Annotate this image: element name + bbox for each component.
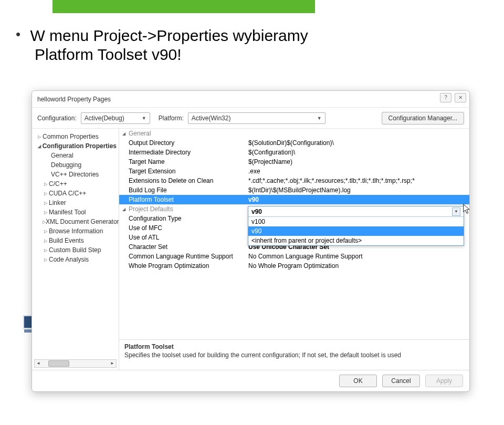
dialog-toolbar: Configuration: Active(Debug) ▼ Platform:… — [32, 108, 469, 129]
chevron-down-icon[interactable]: ▼ — [452, 208, 460, 216]
configuration-manager-button[interactable]: Configuration Manager... — [382, 112, 464, 125]
tree-item-label: Linker — [49, 199, 66, 206]
slide-line-2: Platform Toolset v90! — [35, 46, 182, 63]
dropdown-current-value: v90 — [251, 208, 262, 215]
cancel-button[interactable]: Cancel — [382, 375, 420, 387]
property-group-header[interactable]: ◢General — [119, 129, 469, 138]
property-label: Intermediate Directory — [129, 149, 248, 156]
bullet-icon: • — [16, 26, 20, 42]
dialog-titlebar[interactable]: helloworld Property Pages ? ✕ — [32, 91, 469, 108]
property-row[interactable]: Extensions to Delete on Clean*.cdf;*.cac… — [119, 176, 469, 185]
property-value: $(SolutionDir)$(Configuration)\ — [248, 139, 469, 147]
platform-value: Active(Win32) — [192, 115, 231, 122]
property-value: $(Configuration)\ — [248, 149, 469, 156]
tree-item[interactable]: ▷Linker — [34, 198, 117, 208]
property-row[interactable]: Build Log File$(IntDir)\$(MSBuildProject… — [119, 185, 469, 195]
arrow-right-icon: ▷ — [43, 239, 49, 243]
property-grid[interactable]: ◢GeneralOutput Directory$(SolutionDir)$(… — [119, 129, 469, 339]
property-label: Character Set — [129, 243, 248, 251]
arrow-down-icon: ◢ — [36, 144, 43, 149]
slide-accent-bar — [52, 0, 315, 13]
property-row[interactable]: Target Name$(ProjectName) — [119, 157, 469, 167]
dropdown-option[interactable]: v90 — [248, 226, 464, 236]
property-value: $(ProjectName) — [248, 158, 469, 165]
property-label: Extensions to Delete on Clean — [129, 177, 248, 184]
tree-item[interactable]: ▷C/C++ — [34, 179, 117, 189]
scroll-right-icon[interactable]: ► — [109, 360, 116, 367]
tree-item[interactable]: ▷Build Events — [34, 236, 117, 245]
property-row[interactable]: Common Language Runtime SupportNo Common… — [119, 252, 469, 261]
property-row[interactable]: Platform Toolsetv90 — [119, 195, 469, 204]
arrow-down-icon: ◢ — [122, 207, 129, 212]
dropdown-option[interactable]: v100 — [248, 217, 464, 226]
property-label: Whole Program Optimization — [129, 262, 248, 269]
property-row[interactable]: Output Directory$(SolutionDir)$(Configur… — [119, 138, 469, 148]
property-value: .exe — [248, 168, 469, 175]
arrow-right-icon: ▷ — [43, 201, 49, 205]
platform-combo[interactable]: Active(Win32) ▼ — [188, 112, 326, 124]
dropdown-current-field[interactable]: v90 ▼ — [248, 206, 464, 217]
dropdown-option[interactable]: <inherit from parent or project defaults… — [248, 236, 464, 245]
arrow-right-icon: ▷ — [43, 257, 49, 262]
group-label: General — [129, 130, 248, 137]
arrow-right-icon: ▷ — [43, 182, 49, 186]
tree-item[interactable]: ▷Browse Information — [34, 226, 117, 236]
property-value: *.cdf;*.cache;*.obj;*.ilk;*.resources;*.… — [248, 177, 469, 184]
property-row[interactable]: Target Extension.exe — [119, 167, 469, 176]
tree-item-label: C/C++ — [49, 180, 67, 188]
property-row[interactable]: Intermediate Directory$(Configuration)\ — [119, 148, 469, 157]
chevron-down-icon: ▼ — [142, 116, 146, 121]
tree-item-label: Manifest Tool — [49, 209, 86, 216]
property-row[interactable]: Whole Program OptimizationNo Whole Progr… — [119, 261, 469, 271]
cancel-label: Cancel — [391, 377, 411, 385]
tree-item-label: XML Document Generator — [46, 218, 119, 225]
dialog-footer: OK Cancel Apply — [32, 370, 469, 391]
configuration-combo[interactable]: Active(Debug) ▼ — [81, 112, 150, 124]
apply-button[interactable]: Apply — [425, 375, 463, 387]
tree-item-label: Code Analysis — [49, 256, 89, 263]
property-label: Build Log File — [129, 186, 248, 194]
tree-item-label: Debugging — [51, 161, 81, 169]
tree-item-label: Common Properties — [43, 133, 99, 140]
property-value: v90 — [248, 196, 469, 203]
property-label: Target Name — [129, 158, 248, 165]
tree-item[interactable]: VC++ Directories — [34, 170, 117, 179]
tree-item[interactable]: General — [34, 151, 117, 160]
ok-button[interactable]: OK — [339, 375, 377, 387]
arrow-right-icon: ▷ — [36, 134, 43, 139]
arrow-down-icon: ◢ — [122, 131, 129, 136]
tree-item[interactable]: ▷Manifest Tool — [34, 208, 117, 217]
help-button[interactable]: ? — [440, 93, 452, 102]
slide-line-1: W menu Project->Properties wybieramy — [30, 27, 308, 44]
close-button[interactable]: ✕ — [455, 93, 466, 102]
tree-item-label: CUDA C/C++ — [49, 190, 86, 197]
property-value: No Common Language Runtime Support — [248, 253, 469, 260]
scroll-left-icon[interactable]: ◄ — [35, 360, 42, 367]
property-value: $(IntDir)\$(MSBuildProjectName).log — [248, 186, 469, 194]
apply-label: Apply — [436, 377, 452, 385]
property-value: No Whole Program Optimization — [248, 262, 469, 269]
nav-tree[interactable]: ▷Common Properties◢Configuration Propert… — [32, 129, 119, 370]
property-label: Common Language Runtime Support — [129, 253, 248, 260]
tree-item-label: General — [51, 152, 74, 159]
arrow-right-icon: ▷ — [43, 191, 49, 196]
property-label: Use of MFC — [129, 224, 248, 232]
tree-item-label: Build Events — [49, 237, 84, 244]
ok-label: OK — [353, 377, 362, 385]
tree-item[interactable]: ▷Custom Build Step — [34, 245, 117, 255]
tree-item[interactable]: ▷Common Properties — [34, 132, 117, 141]
description-title: Platform Toolset — [124, 343, 464, 350]
property-label: Target Extension — [129, 168, 248, 175]
scrollbar-thumb[interactable] — [48, 360, 69, 367]
horizontal-scrollbar[interactable]: ◄► — [34, 359, 117, 368]
tree-item[interactable]: ▷Code Analysis — [34, 255, 117, 264]
configuration-value: Active(Debug) — [85, 115, 124, 122]
arrow-right-icon: ▷ — [43, 210, 49, 215]
tree-item[interactable]: ◢Configuration Properties — [34, 141, 117, 151]
property-grid-pane: ◢GeneralOutput Directory$(SolutionDir)$(… — [119, 129, 469, 370]
property-label: Platform Toolset — [129, 196, 248, 203]
tree-item[interactable]: Debugging — [34, 160, 117, 170]
tree-item[interactable]: ▷CUDA C/C++ — [34, 189, 117, 198]
tree-item[interactable]: ▷XML Document Generator — [34, 217, 117, 226]
platform-toolset-dropdown[interactable]: v90 ▼ v100v90<inherit from parent or pro… — [248, 206, 464, 246]
